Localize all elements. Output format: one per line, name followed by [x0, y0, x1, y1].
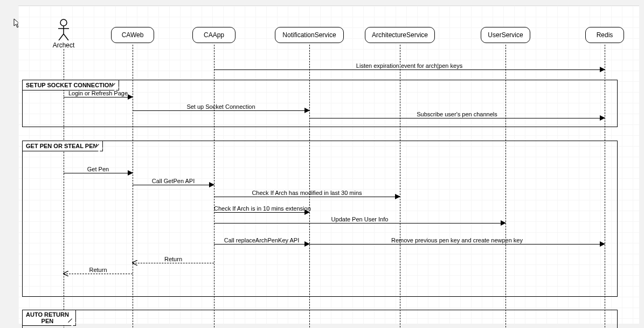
msg-return2: Return — [64, 268, 133, 275]
svg-marker-11 — [395, 194, 400, 199]
msg-removeprev: Remove previous pen key and create newpe… — [309, 239, 605, 245]
svg-marker-9 — [128, 170, 133, 176]
msg-check10: Check If Arch is in 10 mins extension — [214, 207, 309, 213]
fragment-title-getpen: GET PEN OR STEAL PEN — [23, 141, 103, 151]
participant-caweb: CAWeb — [111, 27, 154, 43]
msg-check30: Check If Arch has modified in last 30 mi… — [214, 191, 400, 198]
participant-caapp: CAApp — [192, 27, 236, 43]
msg-return1: Return — [133, 257, 214, 264]
fragment-title-autoreturn: AUTO RETURN PEN — [23, 310, 76, 326]
participant-usersvc: UserService — [481, 27, 530, 43]
participant-redis: Redis — [585, 27, 624, 43]
actor-icon — [57, 19, 70, 40]
msg-setup-socket: Set up Socket Connection — [133, 105, 309, 111]
svg-marker-12 — [304, 210, 310, 215]
msg-updatepen: Update Pen User Info — [214, 218, 505, 224]
svg-point-0 — [60, 19, 67, 26]
fragment-autoreturn: AUTO RETURN PEN — [22, 310, 618, 328]
svg-marker-15 — [600, 241, 605, 247]
svg-marker-5 — [600, 67, 605, 72]
msg-replacekey: Call replaceArchPenKey API — [214, 239, 309, 245]
participant-archsvc: ArchitectureService — [365, 27, 435, 43]
fragment-title-setup: SETUP SOCKET CONNECTION — [23, 80, 119, 90]
svg-line-3 — [59, 34, 64, 40]
msg-login: Login or Refresh Page — [64, 92, 133, 98]
actor-label: Archect — [42, 41, 85, 49]
fragment-setup-socket: SETUP SOCKET CONNECTION — [22, 80, 618, 127]
msg-listen: Listen expiration event for arch¦pen key… — [214, 64, 605, 71]
svg-line-4 — [64, 34, 68, 40]
diagram-canvas: Archect CAWeb CAApp NotificationService … — [18, 5, 639, 324]
svg-marker-8 — [600, 115, 605, 121]
actor-archect: Archect — [42, 19, 85, 49]
svg-marker-13 — [501, 220, 506, 226]
msg-getpenapi: Call GetPen API — [133, 179, 214, 186]
msg-getpen: Get Pen — [64, 168, 133, 174]
msg-subscribe: Subscribe user's pen channels — [309, 113, 605, 119]
svg-marker-6 — [128, 94, 133, 100]
svg-marker-10 — [209, 182, 214, 187]
participant-notification: NotificationService — [275, 27, 344, 43]
